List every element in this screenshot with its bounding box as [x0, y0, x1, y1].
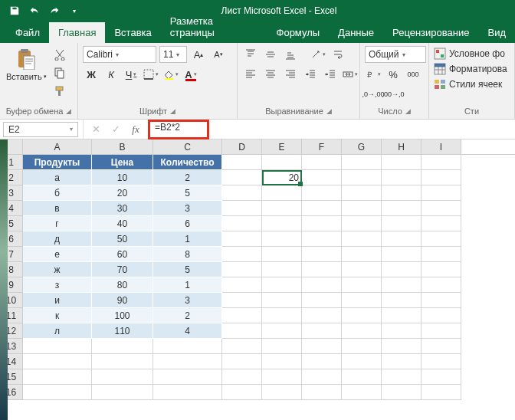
bold-button[interactable]: Ж: [83, 66, 100, 83]
cell[interactable]: [342, 216, 382, 231]
cell[interactable]: [382, 323, 422, 339]
cell[interactable]: [422, 385, 461, 400]
cell[interactable]: [23, 354, 92, 369]
decrease-indent-icon[interactable]: [302, 66, 319, 83]
cell[interactable]: [262, 216, 302, 231]
cell[interactable]: [153, 339, 222, 354]
cell[interactable]: [222, 308, 262, 323]
cell[interactable]: [262, 277, 302, 293]
cell[interactable]: [262, 339, 302, 354]
underline-button[interactable]: Ч▾: [123, 66, 139, 83]
cell[interactable]: 50: [92, 231, 153, 247]
cell[interactable]: [342, 339, 382, 354]
col-header[interactable]: A: [23, 139, 92, 154]
cell[interactable]: [153, 385, 222, 400]
formula-input[interactable]: =B2*2: [148, 120, 209, 139]
cut-icon[interactable]: [51, 46, 68, 63]
tab-formulas[interactable]: Формулы: [267, 22, 330, 43]
cell[interactable]: [262, 231, 302, 247]
cell[interactable]: [262, 155, 302, 170]
cell[interactable]: 1: [153, 231, 222, 247]
cell[interactable]: Цена: [92, 155, 153, 170]
font-size-combo[interactable]: 11▾: [159, 46, 187, 63]
cell[interactable]: [382, 277, 422, 293]
cell[interactable]: [302, 339, 342, 354]
cell[interactable]: [422, 231, 461, 247]
cell[interactable]: [422, 262, 461, 277]
cell[interactable]: [342, 323, 382, 339]
cell[interactable]: [422, 247, 461, 262]
col-header[interactable]: F: [302, 139, 342, 154]
cell[interactable]: [422, 293, 461, 308]
cell[interactable]: 5: [153, 185, 222, 201]
cell[interactable]: в: [23, 201, 92, 216]
increase-decimal-icon[interactable]: ,0→,00: [365, 86, 382, 103]
cell[interactable]: [302, 369, 342, 385]
cell[interactable]: 100: [92, 308, 153, 323]
cell[interactable]: [302, 185, 342, 201]
cell[interactable]: [222, 216, 262, 231]
border-button[interactable]: ▾: [143, 66, 159, 83]
col-header[interactable]: I: [422, 139, 461, 154]
merge-icon[interactable]: ▾: [342, 66, 359, 83]
cell[interactable]: [262, 323, 302, 339]
cell[interactable]: [342, 369, 382, 385]
tab-data[interactable]: Данные: [329, 22, 383, 43]
cell[interactable]: [222, 293, 262, 308]
cell[interactable]: [342, 155, 382, 170]
cell[interactable]: [422, 308, 461, 323]
cell[interactable]: Количество: [153, 155, 222, 170]
align-center-icon[interactable]: [262, 66, 279, 83]
cell[interactable]: [23, 385, 92, 400]
decrease-decimal-icon[interactable]: ,00→,0: [385, 86, 402, 103]
cell[interactable]: [422, 216, 461, 231]
cell[interactable]: [92, 385, 153, 400]
cell[interactable]: [382, 354, 422, 369]
cell[interactable]: [222, 385, 262, 400]
cell[interactable]: [302, 231, 342, 247]
cell-styles-button[interactable]: Стили ячеек: [434, 77, 502, 92]
cell[interactable]: и: [23, 293, 92, 308]
cell[interactable]: 3: [153, 293, 222, 308]
cell[interactable]: [262, 201, 302, 216]
align-middle-icon[interactable]: [262, 46, 279, 63]
cell[interactable]: [222, 369, 262, 385]
formula-accept-icon[interactable]: ✓: [107, 122, 125, 137]
percent-icon[interactable]: %: [385, 66, 402, 83]
cell[interactable]: [302, 170, 342, 185]
cell[interactable]: [23, 339, 92, 354]
cell[interactable]: [222, 262, 262, 277]
cell[interactable]: [342, 293, 382, 308]
cell[interactable]: [153, 369, 222, 385]
cell[interactable]: [92, 369, 153, 385]
cell[interactable]: [222, 185, 262, 201]
cell[interactable]: [382, 155, 422, 170]
cell[interactable]: [153, 354, 222, 369]
cell[interactable]: Продукты: [23, 155, 92, 170]
cell[interactable]: [92, 339, 153, 354]
cell[interactable]: д: [23, 231, 92, 247]
redo-icon[interactable]: [46, 2, 63, 19]
col-header[interactable]: E: [262, 139, 302, 154]
italic-button[interactable]: К: [103, 66, 120, 83]
increase-indent-icon[interactable]: [322, 66, 339, 83]
cell[interactable]: [262, 247, 302, 262]
font-launcher-icon[interactable]: ◢: [170, 107, 175, 115]
cell[interactable]: 3: [153, 201, 222, 216]
cell[interactable]: [342, 277, 382, 293]
cell[interactable]: [262, 262, 302, 277]
orientation-icon[interactable]: ▾: [310, 46, 326, 63]
cell[interactable]: 40: [92, 216, 153, 231]
cell[interactable]: [302, 262, 342, 277]
insert-function-icon[interactable]: fx: [126, 122, 145, 137]
cell[interactable]: ж: [23, 262, 92, 277]
number-format-combo[interactable]: Общий▾: [365, 46, 426, 63]
save-icon[interactable]: [6, 2, 23, 19]
formula-cancel-icon[interactable]: ✕: [87, 122, 105, 137]
cell[interactable]: [262, 385, 302, 400]
format-as-table-button[interactable]: Форматирова: [434, 61, 507, 77]
cell[interactable]: 4: [153, 323, 222, 339]
spreadsheet-grid[interactable]: A B C D E F G H I 1ПродуктыЦенаКоличеств…: [0, 139, 515, 400]
cell[interactable]: [342, 262, 382, 277]
col-header[interactable]: B: [92, 139, 153, 154]
